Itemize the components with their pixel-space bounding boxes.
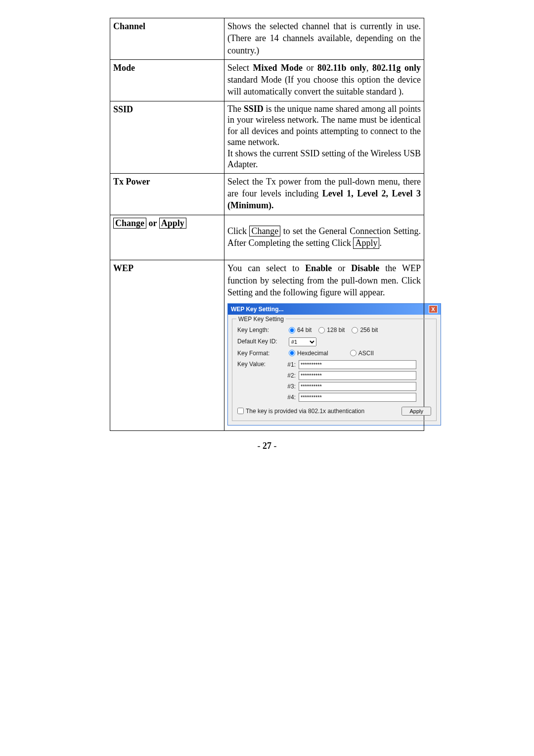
change-d1: Click (227, 226, 249, 236)
row-channel: Channel Shows the selected channel that … (110, 18, 424, 60)
ssid-label: SSID (110, 101, 224, 173)
key-input-1[interactable] (299, 360, 416, 369)
mode-post: standard Mode (If you choose this option… (227, 75, 421, 96)
radio-ascii-text: ASCII (358, 349, 374, 357)
key-length-label: Key Length: (237, 326, 282, 334)
row-txpower: Tx Power Select the Tx power from the pu… (110, 173, 424, 215)
change-btn2: Apply (353, 237, 379, 249)
key-input-3[interactable] (299, 382, 416, 391)
channel-desc: Shows the selected channel that is curre… (224, 18, 424, 60)
txpower-desc: Select the Tx power from the pull-down m… (224, 173, 424, 215)
channel-label: Channel (110, 18, 224, 60)
mode-mid2: , (366, 63, 372, 73)
key-format-label: Key Format: (237, 349, 282, 357)
radio-hex-text: Hexdecimal (297, 349, 328, 357)
txpower-label: Tx Power (110, 173, 224, 215)
ssid-b: SSID (244, 104, 264, 114)
radio-128bit-input[interactable] (318, 327, 325, 333)
radio-64bit-text: 64 bit (297, 326, 312, 334)
change-label-b: Apply (159, 218, 186, 229)
change-d3: . (379, 238, 382, 248)
radio-256bit[interactable]: 256 bit (352, 326, 378, 334)
radio-64bit[interactable]: 64 bit (289, 326, 312, 334)
row-wep: WEP You can select to Enable or Disable … (110, 260, 424, 430)
auth-checkbox-input[interactable] (237, 408, 244, 414)
row-mode: Mode Select Mixed Mode or 802.11b only, … (110, 59, 424, 101)
mode-label: Mode (110, 59, 224, 101)
mode-b2: 802.11b only (317, 63, 366, 73)
default-key-select[interactable]: #1 (289, 337, 316, 346)
radio-hex-input[interactable] (289, 350, 295, 356)
wep-keyvalues: Key Value: #1: #2: (237, 360, 431, 402)
settings-table: Channel Shows the selected channel that … (110, 18, 424, 431)
key-input-4[interactable] (299, 393, 416, 402)
auth-checkbox[interactable]: The key is provided via 802.1x authentic… (237, 407, 364, 415)
wep-label: WEP (110, 260, 224, 430)
ssid-p1-pre: The (227, 104, 244, 114)
radio-hex[interactable]: Hexdecimal (289, 349, 328, 357)
mode-text-pre: Select (227, 63, 253, 73)
key-row-4: #4: (285, 393, 416, 402)
mode-b3: 802.11g only (372, 63, 421, 73)
page-number-prefix: - (258, 441, 263, 451)
radio-64bit-input[interactable] (289, 327, 295, 333)
page-number-value: 27 (263, 441, 271, 451)
wep-b1: Enable (305, 263, 332, 273)
change-btn1: Change (249, 226, 280, 237)
wep-group: WEP Key Setting Key Length: 64 bit 128 b… (232, 319, 437, 421)
ssid-p2: It shows the current SSID setting of the… (227, 148, 421, 170)
wep-dialog-title: WEP Key Setting... (231, 305, 283, 313)
wep-cell: You can select to Enable or Disable the … (224, 260, 424, 430)
change-label-or: or (146, 218, 159, 228)
key-row-1: #1: (285, 360, 416, 369)
key-value-label: Key Value: (237, 360, 282, 402)
mode-b1: Mixed Mode (253, 63, 302, 73)
auth-checkbox-text: The key is provided via 802.1x authentic… (246, 407, 364, 415)
wep-pre: You can select to (227, 263, 305, 273)
wep-b2: Disable (351, 263, 379, 273)
page-number-suffix: - (271, 441, 277, 451)
change-desc: Click Change to set the General Connecti… (224, 215, 424, 260)
keyvalues-col: #1: #2: #3: (285, 360, 416, 402)
key-idx-1: #1: (285, 361, 296, 369)
wep-desc: You can select to Enable or Disable the … (227, 262, 421, 298)
radio-ascii[interactable]: ASCII (350, 349, 374, 357)
mode-desc: Select Mixed Mode or 802.11b only, 802.1… (224, 59, 424, 101)
change-label: Change or Apply (110, 215, 224, 260)
default-key-label: Default Key ID: (237, 337, 282, 345)
key-row-3: #3: (285, 382, 416, 391)
ssid-desc: The SSID is the unique name shared among… (224, 101, 424, 173)
wep-key-setting-dialog: WEP Key Setting... X WEP Key Setting Key… (227, 303, 441, 425)
row-change: Change or Apply Click Change to set the … (110, 215, 424, 260)
apply-button[interactable]: Apply (401, 407, 431, 416)
wep-bottom: The key is provided via 802.1x authentic… (237, 407, 431, 416)
wep-dialog-titlebar: WEP Key Setting... X (228, 304, 441, 315)
key-idx-4: #4: (285, 393, 296, 401)
wep-row-keylength: Key Length: 64 bit 128 bit 256 bit (237, 326, 431, 334)
page-number: - 27 - (110, 441, 424, 451)
wep-row-keyformat: Key Format: Hexdecimal ASCII (237, 349, 431, 357)
row-ssid: SSID The SSID is the unique name shared … (110, 101, 424, 173)
change-label-a: Change (113, 218, 146, 229)
close-icon[interactable]: X (429, 305, 438, 313)
wep-group-title: WEP Key Setting (236, 315, 286, 323)
key-idx-3: #3: (285, 382, 296, 390)
mode-mid1: or (303, 63, 317, 73)
wep-mid: or (332, 263, 351, 273)
radio-256bit-text: 256 bit (360, 326, 378, 334)
radio-128bit-text: 128 bit (327, 326, 345, 334)
radio-256bit-input[interactable] (352, 327, 358, 333)
wep-row-defaultkey: Default Key ID: #1 (237, 337, 431, 346)
key-idx-2: #2: (285, 372, 296, 379)
key-input-2[interactable] (299, 371, 416, 380)
radio-ascii-input[interactable] (350, 350, 356, 356)
key-row-2: #2: (285, 371, 416, 380)
radio-128bit[interactable]: 128 bit (318, 326, 345, 334)
